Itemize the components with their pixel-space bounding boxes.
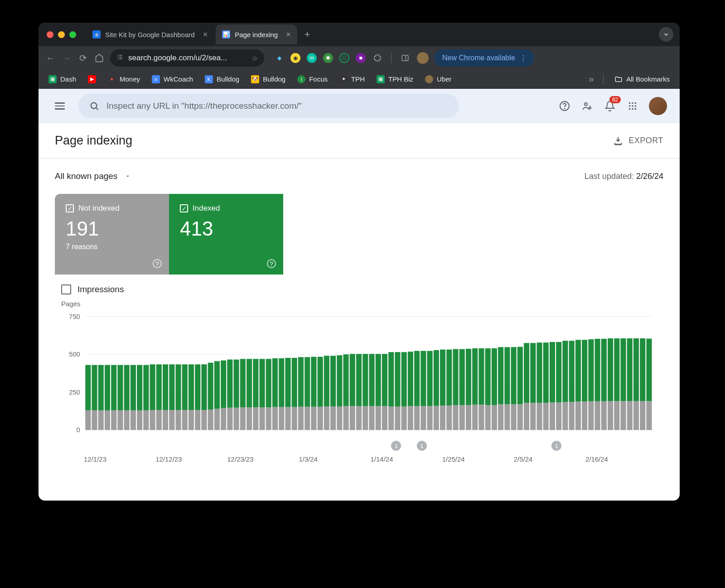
last-updated: Last updated: 2/26/24 [585, 172, 663, 181]
svg-rect-79 [234, 360, 239, 408]
bookmark-bulldog1[interactable]: KBulldog [200, 72, 244, 86]
bookmark-tphbiz[interactable]: ▦TPH Biz [372, 72, 418, 86]
svg-rect-158 [492, 405, 497, 430]
bookmark-focus[interactable]: tFocus [293, 72, 332, 86]
url-inspect-input[interactable]: Inspect any URL in "https://theprocessha… [78, 94, 459, 118]
svg-rect-127 [388, 352, 394, 406]
side-panel-icon[interactable] [400, 53, 411, 63]
svg-rect-200 [627, 401, 633, 430]
svg-point-13 [589, 107, 591, 109]
svg-rect-157 [485, 348, 491, 405]
maximize-window[interactable] [69, 31, 76, 38]
close-window[interactable] [47, 31, 53, 38]
users-icon[interactable] [581, 100, 594, 112]
svg-rect-80 [240, 407, 246, 430]
export-button[interactable]: EXPORT [613, 136, 663, 146]
extension-icon[interactable]: m [307, 53, 317, 63]
svg-point-15 [632, 102, 633, 104]
svg-rect-185 [575, 340, 581, 401]
bookmark-dash[interactable]: ▦Dash [44, 72, 81, 86]
chart-marker[interactable]: 1 [391, 441, 401, 451]
account-avatar[interactable] [649, 97, 667, 115]
close-icon[interactable]: × [203, 30, 208, 39]
tab-site-kit[interactable]: ◈ Site Kit by Google Dashboard × [86, 24, 214, 44]
traffic-lights [47, 31, 76, 38]
svg-rect-188 [588, 401, 594, 430]
back-button[interactable]: ← [45, 53, 56, 63]
svg-rect-67 [195, 364, 200, 410]
card-not-indexed[interactable]: ✓ Not indexed 191 7 reasons ? [55, 194, 169, 275]
notifications-icon[interactable]: 82 [604, 100, 616, 112]
svg-rect-133 [408, 352, 413, 406]
chrome-update-button[interactable]: New Chrome available ⋮ [434, 49, 534, 67]
svg-rect-49 [137, 365, 142, 410]
gsc-icon: 📊 [222, 30, 230, 39]
bookmark-wkcoach[interactable]: ≡WkCoach [147, 72, 198, 86]
svg-rect-60 [175, 410, 181, 430]
svg-rect-135 [414, 351, 420, 406]
xaxis-label: 1/14/24 [371, 455, 442, 463]
bookmark-tph[interactable]: ✦TPH [335, 72, 369, 86]
youtube-icon: ▶ [88, 75, 96, 83]
url-text: search.google.com/u/2/sea... [128, 53, 227, 63]
svg-rect-111 [337, 355, 342, 406]
bookmarks-bar: ▦Dash ▶ 🔺Money ≡WkCoach KBulldog 🐶Bulldo… [39, 70, 680, 89]
svg-rect-3 [119, 57, 122, 57]
help-icon[interactable]: ? [267, 259, 276, 268]
extension-icon[interactable]: ◉ [290, 53, 300, 63]
bookmark-uber[interactable]: Uber [420, 72, 456, 86]
svg-rect-168 [524, 403, 529, 430]
site-info-icon[interactable] [116, 53, 124, 63]
svg-rect-201 [627, 338, 633, 401]
all-bookmarks-button[interactable]: All Bookmarks [610, 72, 674, 86]
profile-avatar[interactable] [417, 52, 429, 64]
svg-rect-82 [246, 407, 252, 430]
svg-rect-197 [614, 338, 619, 401]
extensions-button[interactable] [372, 53, 383, 63]
svg-rect-178 [556, 402, 561, 430]
menu-button[interactable] [51, 99, 68, 113]
svg-rect-162 [504, 404, 510, 430]
svg-rect-115 [350, 354, 355, 406]
svg-text:0: 0 [77, 426, 80, 434]
home-button[interactable] [94, 53, 105, 63]
checkbox-checked-icon: ✓ [66, 204, 74, 212]
apps-icon[interactable] [626, 100, 639, 112]
svg-rect-100 [304, 407, 310, 430]
bookmarks-overflow[interactable]: » [586, 74, 597, 85]
close-icon[interactable]: × [286, 30, 291, 39]
help-icon[interactable]: ? [153, 259, 162, 268]
extension-icon[interactable]: ◆ [274, 53, 284, 63]
bookmark-bulldog2[interactable]: 🐶Bulldog [246, 72, 290, 86]
page-filter-dropdown[interactable]: All known pages [55, 171, 131, 181]
svg-rect-117 [356, 354, 362, 406]
tab-page-indexing[interactable]: 📊 Page indexing × [216, 24, 297, 44]
help-icon[interactable] [558, 100, 571, 112]
extension-icon[interactable]: ✱ [323, 53, 333, 63]
star-icon[interactable]: ☆ [251, 54, 258, 63]
minimize-window[interactable] [58, 31, 65, 38]
bookmark-money[interactable]: 🔺Money [103, 72, 145, 86]
extension-icon[interactable]: ■ [356, 53, 366, 63]
svg-rect-203 [633, 338, 639, 401]
impressions-checkbox[interactable] [61, 284, 71, 294]
reload-button[interactable]: ⟳ [77, 53, 88, 63]
card-value: 191 [66, 217, 158, 240]
extension-icon[interactable]: G [339, 53, 349, 63]
svg-rect-44 [124, 410, 130, 430]
svg-rect-93 [279, 358, 284, 407]
new-tab-button[interactable]: + [299, 29, 316, 40]
svg-rect-105 [318, 357, 323, 407]
omnibox[interactable]: search.google.com/u/2/sea... ☆ [110, 49, 264, 67]
tab-overflow-button[interactable] [659, 27, 673, 42]
bookmark-youtube[interactable]: ▶ [83, 72, 101, 86]
search-icon [89, 101, 99, 111]
svg-rect-73 [214, 361, 220, 409]
card-indexed[interactable]: ✓ Indexed 413 ? [169, 194, 283, 275]
svg-rect-58 [169, 410, 174, 430]
svg-point-0 [117, 55, 118, 56]
svg-rect-204 [640, 401, 645, 430]
svg-rect-183 [569, 341, 575, 402]
chart-marker[interactable]: 1 [551, 441, 561, 451]
chart-marker[interactable]: 1 [417, 441, 427, 451]
